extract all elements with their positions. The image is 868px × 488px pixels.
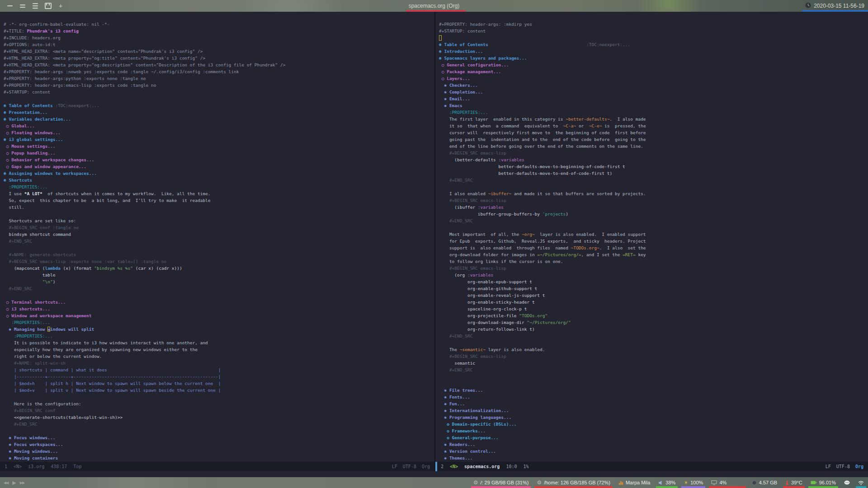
modeline-active[interactable]: 2 <N> spacemacs.org 10:0 1% LF UTF-8 Org xyxy=(435,462,868,471)
text-segment: It is possible to indicate to i3 how win… xyxy=(4,340,208,345)
text-segment: ⊛ Table of Contents xyxy=(439,42,488,47)
buffer-line: #+BEGIN_SRC emacs-lisp :exports none :va… xyxy=(4,258,434,265)
buffer-line: :PROPERTIES:... xyxy=(4,183,434,190)
buffer-line: ✿ Domain-specific (DSLs)... xyxy=(439,421,868,427)
buffer-line xyxy=(4,95,434,102)
tray-module-now-playing[interactable]: Marpa Mila xyxy=(614,477,654,488)
eol-indicator: LF xyxy=(392,464,397,469)
text-segment: #+PROPERTY: header-args: :mkdirp yes xyxy=(439,22,532,27)
text-segment: ✿ General-purpose... xyxy=(439,435,499,440)
tray-module-cpu[interactable]: 4%........ xyxy=(707,477,747,488)
play-icon[interactable]: ▶ xyxy=(12,480,15,486)
text-segment: Shortcuts are set like so: xyxy=(4,218,76,223)
tray-module-wifi[interactable] xyxy=(854,477,868,488)
buffer-line: bindsym shortcut command xyxy=(4,231,434,238)
text-segment: ✱ Moving containers xyxy=(4,455,58,460)
buffer-line: :PROPERTIES:... xyxy=(4,319,434,326)
echo-area[interactable] xyxy=(0,471,868,477)
window-split: # -*- org-confirm-babel-evaluate: nil -*… xyxy=(0,12,868,471)
buffer-line: ✱ File trees... xyxy=(439,387,868,394)
media-controls: ◀◀▶▶▶ xyxy=(0,477,24,488)
text-segment: ○ Popup handling... xyxy=(4,150,55,155)
tray-module-temperature[interactable]: 39°C xyxy=(781,477,807,488)
tray-module-memory[interactable]: 4.57 GB xyxy=(748,477,781,488)
text-segment: #+BEGIN_SRC emacs-lisp xyxy=(439,198,506,203)
tray-module-disk-home[interactable]: ⚙/home: 126 GB/185 GB (72%) xyxy=(533,477,614,488)
buffer-line: org-projectile-file "TODOs.org" xyxy=(439,312,868,319)
buffer-line xyxy=(439,373,868,380)
buffer-line xyxy=(439,380,868,387)
buffer-line: ✱ Themes... xyxy=(439,455,868,461)
text-segment: #+INCLUDE: headers.org xyxy=(4,35,61,40)
buffer-line: right or below the current window. xyxy=(4,353,434,360)
text-cursor xyxy=(439,35,442,41)
text-segment: #+HTML_HEAD_EXTRA: <meta property="og:ti… xyxy=(4,56,205,61)
buffer-line: org-return-follows-link t) xyxy=(439,326,868,333)
tray-module-discord[interactable] xyxy=(840,477,854,488)
buffer-i3-org[interactable]: # -*- org-confirm-babel-evaluate: nil -*… xyxy=(0,12,434,462)
workspace-add[interactable]: + xyxy=(57,2,64,9)
text-segment: #+BEGIN_SRC emacs-lisp xyxy=(439,150,506,155)
buffer-line: ✱ Fun... xyxy=(439,400,868,407)
memory-icon xyxy=(752,480,757,485)
tray-module-volume[interactable]: 38% xyxy=(654,477,679,488)
window-spacemacs-org: #+PROPERTY: header-args: :mkdirp yes#+ST… xyxy=(434,12,868,471)
text-segment: :PROPERTIES:... xyxy=(4,320,50,325)
text-segment: better-defaults-move-to-beginning-of-cod… xyxy=(439,164,625,169)
text-segment: :variables xyxy=(467,272,493,277)
buffer-line: #+END_SRC xyxy=(4,238,434,244)
text-segment: table xyxy=(4,272,55,277)
buffer-line: So, expect this chapter to be a bit long… xyxy=(4,197,434,204)
previous-track-icon[interactable]: ◀◀ xyxy=(4,481,8,485)
buffer-line: ✱ Focus windows... xyxy=(4,434,434,441)
text-segment: #+END_SRC xyxy=(4,239,32,244)
text-segment: org-download-image-dir xyxy=(439,320,527,325)
tray-module-disk-root[interactable]: ⚙/: 29 GB/98 GB (31%) xyxy=(469,477,533,488)
buffer-line: |-----------+---------+-----------------… xyxy=(4,373,434,380)
buffer-line: ✱ Checkers... xyxy=(439,82,868,89)
tray-module-text: 100% xyxy=(690,480,703,485)
text-segment: ✱ Focus workspaces... xyxy=(4,442,63,447)
buffer-line: ○ Behavior of workspace changes... xyxy=(4,156,434,163)
text-segment: ✱ Readers... xyxy=(439,442,475,447)
eol-indicator: LF xyxy=(826,464,831,469)
buffer-line: #+PROPERTY: header-args:python :exports … xyxy=(4,75,434,82)
text-segment: #+END_SRC xyxy=(439,367,472,372)
next-track-icon[interactable]: ▶▶ xyxy=(20,481,24,485)
buffer-line: ○ Window and workspace management xyxy=(4,312,434,319)
text-segment: (better-defaults xyxy=(439,157,499,162)
buffer-line: ○ Gaps and window appearance... xyxy=(4,163,434,170)
workspace-one[interactable] xyxy=(6,2,14,9)
modeline-inactive[interactable]: 1 <N> i3.org 438:17 Top LF UTF-8 Org xyxy=(0,462,434,471)
buffer-line xyxy=(4,427,434,434)
buffer-line xyxy=(4,211,434,217)
buffer-line: org-download-image-dir "~/Pictures/org/" xyxy=(439,319,868,326)
buffer-line: ⊛ Table of Contents :TOC:noexport:... xyxy=(439,41,868,48)
text-segment: ibuffer-group-buffers-by xyxy=(439,211,542,216)
text-segment: ~C-a~ xyxy=(563,123,576,128)
text-segment: ) xyxy=(53,279,56,284)
workspace-four[interactable] xyxy=(44,2,52,9)
buffer-line: ✱ Moving windows... xyxy=(4,448,434,455)
text-segment: ✱ Internationalization... xyxy=(439,408,509,413)
text-segment: spaceline-org-clock-p t xyxy=(439,306,527,311)
buffer-line: ✱ Moving containers xyxy=(4,455,434,461)
text-segment: of shortcuts when it comes to my workflo… xyxy=(42,191,211,196)
buffer-line: ✱ Emacs xyxy=(439,102,868,109)
workspace-two[interactable] xyxy=(19,2,26,9)
buffer-line xyxy=(439,224,868,231)
buffer-line: ○ Popup handling... xyxy=(4,150,434,156)
buffer-line: "\n") xyxy=(4,278,434,285)
text-segment: | shortcuts | command | what it does | xyxy=(4,367,221,372)
workspace-three[interactable] xyxy=(32,2,39,9)
text-segment: or xyxy=(576,123,589,128)
tray-module-brightness[interactable]: ☀100% xyxy=(679,477,707,488)
buffer-spacemacs-org[interactable]: #+PROPERTY: header-args: :mkdirp yes#+ST… xyxy=(435,12,868,462)
buffer-line: spaceline-org-clock-p t xyxy=(439,305,868,312)
buffer-line: cursor will respectively first move to t… xyxy=(439,129,868,136)
text-segment: I also enabled xyxy=(439,191,488,196)
text-segment: org-enable-sticky-header t xyxy=(439,300,535,305)
tray-module-battery[interactable]: 96.01% xyxy=(807,477,840,488)
text-segment: and made it so that buffers are sorted b… xyxy=(511,191,646,196)
speaker-icon xyxy=(658,480,663,485)
